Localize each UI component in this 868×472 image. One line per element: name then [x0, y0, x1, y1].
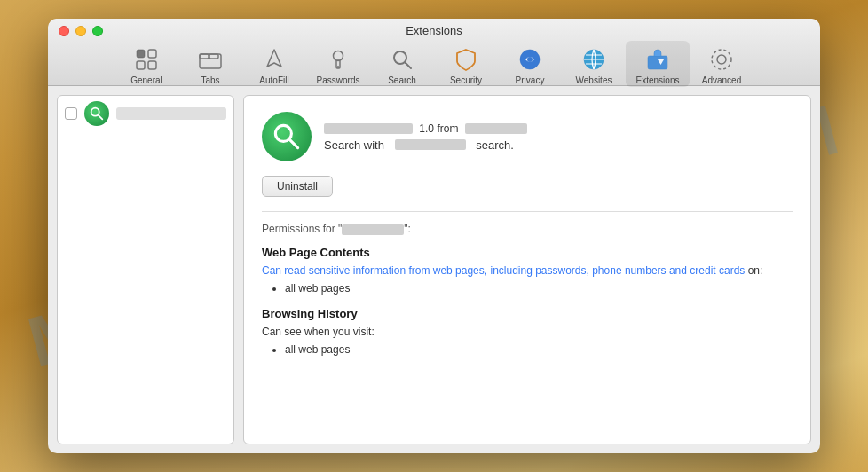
toolbar-item-passwords[interactable]: Passwords: [306, 41, 370, 87]
svg-rect-6: [209, 54, 218, 59]
svg-rect-0: [137, 50, 145, 58]
general-icon: [132, 45, 161, 74]
main-content: 1.0 from Search with search. Uninstall P…: [48, 86, 820, 453]
websites-icon: [580, 45, 608, 74]
svg-rect-19: [648, 56, 667, 69]
safari-extensions-window: Extensions General: [48, 19, 820, 453]
extensions-sidebar: [57, 95, 234, 444]
divider: [262, 211, 793, 212]
autofill-icon: [260, 45, 288, 74]
extension-big-icon: [262, 112, 312, 161]
sidebar-extension-item[interactable]: [58, 96, 233, 131]
extension-name-line: 1.0 from: [324, 122, 793, 135]
toolbar-item-extensions[interactable]: Extensions: [626, 41, 690, 87]
uninstall-button[interactable]: Uninstall: [262, 176, 333, 197]
svg-point-8: [334, 51, 343, 60]
extension-search-line: Search with search.: [324, 138, 793, 152]
list-item: all web pages: [285, 282, 793, 295]
extension-version: 1.0 from: [416, 122, 462, 135]
browsing-history-section: Browsing History Can see when you visit:…: [262, 307, 793, 356]
toolbar-item-general[interactable]: General: [114, 41, 178, 87]
autofill-label: AutoFill: [259, 75, 288, 85]
toolbar-item-security[interactable]: Security: [434, 41, 498, 87]
extension-name-redacted: [324, 123, 413, 134]
svg-rect-1: [148, 50, 156, 58]
minimize-button[interactable]: [75, 26, 86, 36]
permissions-name-redacted: [342, 224, 404, 235]
toolbar-item-autofill[interactable]: AutoFill: [242, 41, 306, 87]
svg-point-14: [527, 57, 533, 62]
svg-rect-5: [200, 54, 209, 59]
browsing-history-title: Browsing History: [262, 307, 793, 320]
titlebar-top: Extensions: [48, 19, 820, 43]
maximize-button[interactable]: [92, 26, 103, 36]
web-page-contents-list: all web pages: [262, 282, 793, 295]
permissions-title: Permissions for "":: [262, 223, 793, 235]
extension-search-redacted: [395, 139, 466, 150]
toolbar-item-privacy[interactable]: Privacy: [498, 41, 562, 87]
extension-info: 1.0 from Search with search.: [324, 122, 793, 152]
svg-point-21: [717, 55, 726, 64]
toolbar-item-websites[interactable]: Websites: [562, 41, 626, 87]
extension-header: 1.0 from Search with search.: [262, 112, 793, 161]
privacy-label: Privacy: [516, 75, 545, 85]
svg-line-26: [290, 140, 298, 148]
web-page-contents-desc: Can read sensitive information from web …: [262, 263, 793, 279]
security-icon: [452, 45, 480, 74]
svg-point-22: [712, 50, 731, 69]
passwords-icon: [324, 45, 352, 74]
advanced-label: Advanced: [702, 75, 741, 85]
titlebar: Extensions General: [48, 19, 820, 86]
extension-from-redacted: [465, 123, 527, 134]
svg-marker-7: [267, 50, 281, 67]
tabs-icon: [196, 45, 225, 74]
browsing-history-desc: Can see when you visit:: [262, 324, 793, 340]
svg-rect-3: [148, 61, 156, 69]
search-icon: [388, 45, 416, 74]
close-button[interactable]: [59, 26, 69, 36]
toolbar-item-search[interactable]: Search: [370, 41, 434, 87]
advanced-icon: [707, 45, 736, 74]
window-title: Extensions: [406, 24, 462, 37]
extension-list-label: [116, 107, 226, 120]
privacy-icon: [516, 45, 544, 74]
websites-label: Websites: [576, 75, 612, 85]
svg-rect-2: [137, 61, 145, 69]
toolbar-item-tabs[interactable]: Tabs: [178, 41, 242, 87]
web-page-contents-title: Web Page Contents: [262, 246, 793, 259]
passwords-label: Passwords: [317, 75, 360, 85]
tabs-label: Tabs: [201, 75, 219, 85]
svg-line-24: [99, 115, 103, 120]
search-label: Search: [388, 75, 416, 85]
credit-cards-link: credit cards: [690, 264, 745, 277]
permission-link-text: Can read sensitive information from web …: [262, 264, 690, 277]
extension-checkbox[interactable]: [65, 107, 77, 120]
toolbar-item-advanced[interactable]: Advanced: [690, 41, 754, 87]
svg-line-12: [406, 62, 412, 68]
extension-list-icon: [84, 101, 109, 126]
extension-detail-panel: 1.0 from Search with search. Uninstall P…: [243, 95, 811, 444]
extensions-icon: [643, 45, 672, 74]
window-controls[interactable]: [59, 26, 103, 36]
extensions-label: Extensions: [636, 75, 680, 85]
web-page-contents-section: Web Page Contents Can read sensitive inf…: [262, 246, 793, 295]
general-label: General: [130, 75, 162, 85]
list-item: all web pages: [285, 343, 793, 356]
browsing-history-list: all web pages: [262, 343, 793, 356]
security-label: Security: [450, 75, 482, 85]
toolbar: General Tabs: [106, 43, 762, 85]
